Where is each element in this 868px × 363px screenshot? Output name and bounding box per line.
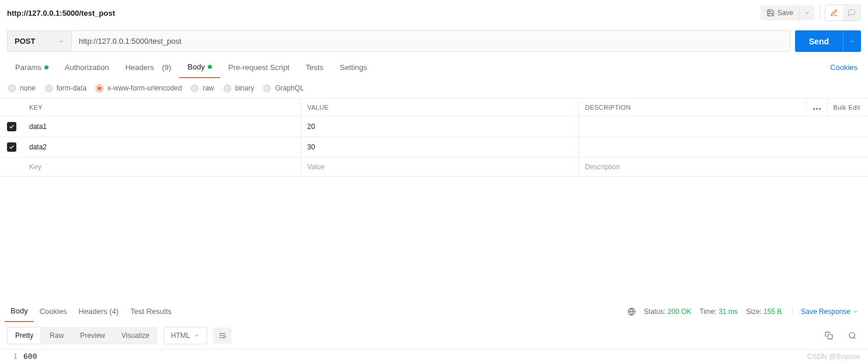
tab-params-label: Params <box>15 63 41 72</box>
send-button[interactable]: Send <box>795 30 843 52</box>
check-icon <box>9 124 15 130</box>
tab-settings[interactable]: Settings <box>332 57 375 78</box>
save-label: Save <box>778 9 793 17</box>
table-row: data1 20 <box>0 117 868 137</box>
body-type-graphql-label: GraphQL <box>275 84 304 92</box>
radio-icon <box>224 85 231 92</box>
radio-icon <box>8 85 16 92</box>
chevron-down-icon <box>849 39 855 44</box>
header-more[interactable] <box>806 99 827 117</box>
radio-icon <box>191 85 198 92</box>
save-icon <box>766 9 775 17</box>
body-type-none-label: none <box>20 84 36 92</box>
row-description[interactable] <box>579 137 868 158</box>
view-toggle-group <box>825 5 861 21</box>
more-dots-icon <box>813 108 821 110</box>
row-value[interactable]: 30 <box>301 137 579 158</box>
tab-body[interactable]: Body <box>179 57 220 78</box>
row-checkbox[interactable] <box>7 142 16 152</box>
edit-button[interactable] <box>825 5 843 20</box>
body-type-raw-label: raw <box>203 84 214 92</box>
save-button-group: Save <box>761 5 815 20</box>
header-value: VALUE <box>301 99 579 117</box>
request-title: http://127.0.0.1:5000/test_post <box>7 9 761 18</box>
pencil-icon <box>830 9 838 17</box>
radio-selected-icon <box>96 85 103 92</box>
params-indicator-dot <box>44 65 48 69</box>
body-type-formdata[interactable]: form-data <box>45 84 86 92</box>
chevron-down-icon <box>58 39 64 44</box>
tab-headers[interactable]: Headers (9) <box>117 57 180 78</box>
header-checkbox-col <box>0 99 23 117</box>
header-key: KEY <box>23 99 301 117</box>
body-type-binary[interactable]: binary <box>224 84 255 92</box>
method-select[interactable]: POST <box>7 30 71 52</box>
body-kv-table: KEY VALUE DESCRIPTION Bulk Edit data1 20… <box>0 98 868 177</box>
radio-icon <box>45 85 53 92</box>
method-label: POST <box>15 37 35 46</box>
row-key[interactable]: data1 <box>23 117 301 137</box>
row-description-placeholder[interactable]: Description <box>579 158 868 177</box>
table-row-new: Key Value Description <box>0 158 868 177</box>
tab-headers-count: (9) <box>162 63 171 72</box>
tab-authorization[interactable]: Authorization <box>57 57 117 78</box>
body-type-raw[interactable]: raw <box>191 84 214 92</box>
body-type-xwww-label: x-www-form-urlencoded <box>107 84 182 92</box>
body-type-formdata-label: form-data <box>57 84 86 92</box>
divider <box>820 6 820 20</box>
check-icon <box>9 144 15 150</box>
tab-headers-label: Headers <box>126 63 154 72</box>
body-type-graphql[interactable]: GraphQL <box>263 84 304 92</box>
row-value-placeholder[interactable]: Value <box>301 158 579 177</box>
send-options-caret[interactable] <box>843 30 861 52</box>
bulk-edit-button[interactable]: Bulk Edit <box>827 99 868 117</box>
cookies-link[interactable]: Cookies <box>827 57 861 78</box>
save-button[interactable]: Save <box>761 5 799 20</box>
tab-body-label: Body <box>187 62 205 71</box>
row-description[interactable] <box>579 117 868 137</box>
row-key-placeholder[interactable]: Key <box>23 158 301 177</box>
header-description: DESCRIPTION <box>579 99 806 117</box>
row-checkbox[interactable] <box>7 122 16 131</box>
radio-icon <box>263 85 271 92</box>
tab-params[interactable]: Params <box>7 57 57 78</box>
tab-prerequest[interactable]: Pre-request Script <box>220 57 298 78</box>
tab-tests[interactable]: Tests <box>298 57 332 78</box>
save-options-caret[interactable] <box>799 5 815 20</box>
body-type-xwww[interactable]: x-www-form-urlencoded <box>96 84 182 92</box>
comment-button[interactable] <box>843 5 860 20</box>
row-checkbox-empty[interactable] <box>0 158 23 177</box>
comment-icon <box>848 9 856 17</box>
row-value[interactable]: 20 <box>301 117 579 137</box>
table-row: data2 30 <box>0 137 868 158</box>
body-type-binary-label: binary <box>235 84 255 92</box>
body-type-none[interactable]: none <box>8 84 36 92</box>
body-indicator-dot <box>208 65 212 69</box>
chevron-down-icon <box>804 10 810 16</box>
url-input[interactable]: http://127.0.0.1:5000/test_post <box>71 30 790 52</box>
row-key[interactable]: data2 <box>23 137 301 158</box>
